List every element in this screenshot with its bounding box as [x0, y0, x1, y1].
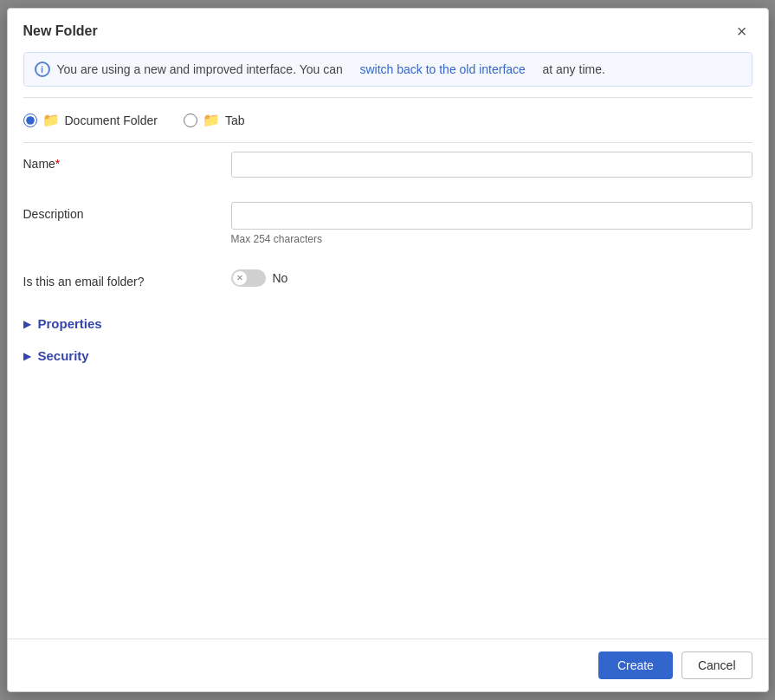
properties-section-title: Properties	[38, 316, 102, 331]
folder-icon-document: 📁	[42, 112, 60, 128]
email-toggle[interactable]: ✕	[231, 269, 266, 287]
info-text-after: at any time.	[542, 62, 604, 76]
properties-section-header[interactable]: ▶ Properties	[23, 308, 752, 340]
info-text-before: You are using a new and improved interfa…	[57, 62, 343, 76]
radio-tab[interactable]: 📁 Tab	[184, 112, 245, 128]
toggle-wrap: ✕ No	[231, 269, 288, 287]
radio-document-input[interactable]	[23, 113, 37, 127]
name-input[interactable]	[231, 152, 752, 178]
toggle-value-label: No	[273, 271, 288, 285]
cancel-button[interactable]: Cancel	[681, 651, 752, 679]
name-label: Name*	[23, 152, 231, 171]
email-folder-label: Is this an email folder?	[23, 269, 231, 288]
security-chevron-icon: ▶	[23, 350, 31, 362]
name-row: Name*	[23, 146, 752, 183]
info-banner: i You are using a new and improved inter…	[23, 52, 752, 87]
radio-document-folder[interactable]: 📁 Document Folder	[23, 112, 158, 128]
dialog-footer: Create Cancel	[8, 638, 768, 691]
toggle-knob: ✕	[233, 271, 247, 285]
toggle-x-icon: ✕	[236, 274, 243, 282]
properties-chevron-icon: ▶	[23, 318, 31, 330]
folder-type-radio-group: 📁 Document Folder 📁 Tab	[8, 98, 768, 142]
create-button[interactable]: Create	[598, 651, 673, 679]
description-field-wrap: Max 254 characters	[231, 202, 752, 245]
dialog-title: New Folder	[23, 23, 98, 39]
folder-icon-tab: 📁	[203, 112, 220, 128]
info-icon: i	[35, 62, 50, 77]
description-max-chars: Max 254 characters	[231, 233, 752, 245]
description-row: Description Max 254 characters	[23, 197, 752, 250]
description-label: Description	[23, 202, 231, 221]
radio-document-label: Document Folder	[65, 113, 158, 127]
close-button[interactable]: ×	[732, 21, 752, 42]
security-section-title: Security	[38, 348, 89, 363]
radio-tab-input[interactable]	[184, 113, 197, 127]
switch-back-link[interactable]: switch back to the old interface	[359, 62, 525, 76]
new-folder-dialog: New Folder × i You are using a new and i…	[7, 8, 769, 692]
dialog-header: New Folder ×	[8, 9, 768, 52]
name-required-star: *	[55, 157, 60, 171]
form-body: Name* Description Max 254 characters Is …	[8, 143, 768, 638]
security-section-header[interactable]: ▶ Security	[23, 340, 752, 372]
description-input[interactable]	[231, 202, 752, 230]
email-folder-row: Is this an email folder? ✕ No	[23, 264, 752, 294]
radio-tab-label: Tab	[225, 113, 245, 127]
